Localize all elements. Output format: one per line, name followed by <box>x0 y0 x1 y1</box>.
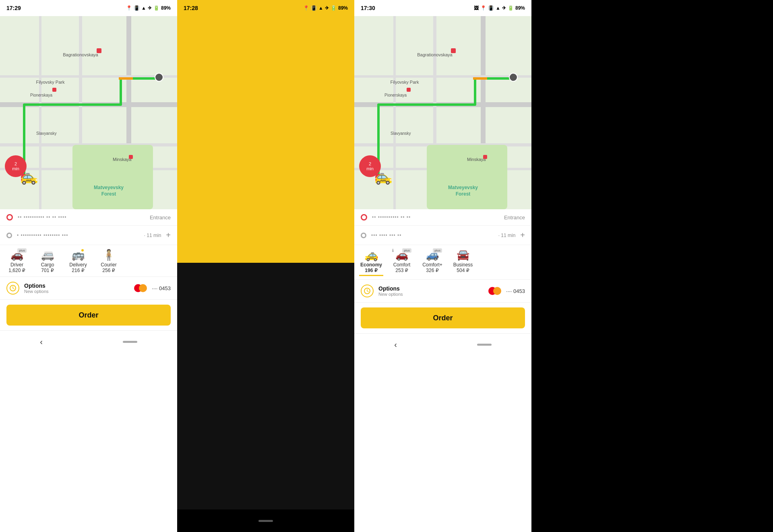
left-entrance-button[interactable]: Entrance <box>150 214 171 221</box>
right-pickup-dot <box>361 214 367 221</box>
right-business-name: Business <box>453 262 473 268</box>
left-bottom-sheet: •• •••••••••• •• •• •••• Entrance • ••••… <box>0 209 177 532</box>
middle-home-indicator <box>258 520 273 522</box>
right-status-icons: 🖼 📍 📳 ▲ ✈ 🔋 89% <box>474 5 525 11</box>
svg-text:Forest: Forest <box>456 191 471 197</box>
svg-text:Matveyevsky: Matveyevsky <box>448 185 478 190</box>
right-home-indicator <box>477 344 492 346</box>
left-back-button[interactable]: ‹ <box>40 337 43 346</box>
right-service-business[interactable]: 🚘 Business 504 ₽ <box>451 248 475 276</box>
left-driver-badge: plus <box>17 248 27 253</box>
middle-panel: 17:28 📍 📳 ▲ ✈ 🔋 89% <box>177 0 354 532</box>
right-service-comfortplus[interactable]: 🚙 plus Comfort+ 326 ₽ <box>420 248 444 276</box>
left-card-number: ···· 0453 <box>152 285 171 291</box>
middle-yellow-area <box>177 16 354 263</box>
left-delivery-icon: 🚌 <box>72 248 85 261</box>
right-add-stop-button[interactable]: + <box>520 231 525 240</box>
left-add-stop-button[interactable]: + <box>166 231 171 240</box>
left-service-courier[interactable]: 🧍 Courier 256 ₽ <box>97 248 121 273</box>
svg-line-49 <box>367 291 368 292</box>
right-pickup-row[interactable]: •• •••••••••• •• •• Entrance <box>354 209 531 226</box>
plane-icon: ✈ <box>148 5 152 11</box>
svg-text:Slavyansky: Slavyansky <box>391 131 411 136</box>
svg-rect-44 <box>483 155 487 159</box>
right-back-button[interactable]: ‹ <box>394 340 397 349</box>
right-business-price: 504 ₽ <box>457 268 469 273</box>
left-dest-dot <box>6 233 12 238</box>
right-clock-icon <box>361 285 374 297</box>
right-location-icon: 📍 <box>480 5 486 11</box>
left-order-button[interactable]: Order <box>6 305 171 326</box>
right-dest-time: · 11 min <box>498 233 516 238</box>
right-comfort-badge: plus <box>402 248 411 253</box>
left-delivery-dot <box>81 249 84 252</box>
left-driver-price: 1,620 ₽ <box>8 268 25 273</box>
right-entrance-button[interactable]: Entrance <box>504 214 525 221</box>
wifi-icon: ▲ <box>141 5 146 11</box>
right-panel: 17:30 🖼 📍 📳 ▲ ✈ 🔋 89% Bagrationo <box>354 0 531 532</box>
left-pickup-row[interactable]: •• •••••••••• •• •• •••• Entrance <box>0 209 177 226</box>
left-options-text[interactable]: Options New options <box>24 282 49 294</box>
left-map: Bagrationovskaya Filyovsky Park Pionersk… <box>0 16 177 209</box>
right-comfort-info: ℹ <box>392 248 394 253</box>
mid-vibrate-icon: 📳 <box>311 5 317 11</box>
left-home-indicator <box>123 341 137 343</box>
right-mastercard-icon <box>488 286 503 296</box>
left-time: 17:29 <box>6 5 21 11</box>
left-service-driver[interactable]: 🚗 plus Driver 1,620 ₽ <box>5 248 29 273</box>
mid-wifi-icon: ▲ <box>318 5 323 11</box>
right-economy-name: Economy <box>360 262 382 268</box>
left-delivery-name: Delivery <box>69 262 87 268</box>
left-courier-icon: 🧍 <box>102 248 115 261</box>
mid-location-icon: 📍 <box>303 5 309 11</box>
right-comfortplus-icon: 🚙 plus <box>426 248 439 261</box>
battery-icon: 🔋 <box>153 5 159 11</box>
right-options-text[interactable]: Options New options <box>378 285 403 297</box>
right-service-economy[interactable]: 🚕 Economy 196 ₽ <box>359 248 383 276</box>
left-pickup-dot <box>6 214 13 221</box>
left-service-tabs: 🚗 plus Driver 1,620 ₽ 🚐 Cargo 701 ₽ 🚌 <box>0 245 177 277</box>
left-service-cargo[interactable]: 🚐 Cargo 701 ₽ <box>35 248 60 273</box>
left-options-row: Options New options ···· 0453 <box>0 277 177 300</box>
svg-rect-8 <box>72 145 153 209</box>
right-options-label: Options <box>378 285 403 292</box>
middle-dark-area <box>177 263 354 509</box>
left-courier-name: Courier <box>101 262 116 268</box>
svg-text:Matveyevsky: Matveyevsky <box>94 185 124 190</box>
left-dest-row[interactable]: • •••••••••• •••••••• ••• · 11 min + <box>0 226 177 245</box>
middle-status-bar: 17:28 📍 📳 ▲ ✈ 🔋 89% <box>177 0 354 16</box>
right-comfortplus-badge: plus <box>433 248 442 253</box>
left-dest-address: • •••••••••• •••••••• ••• <box>17 233 139 238</box>
svg-text:Slavyansky: Slavyansky <box>36 131 57 136</box>
right-comfort-price: 253 ₽ <box>395 268 408 273</box>
right-order-button[interactable]: Order <box>361 307 525 328</box>
right-dest-row[interactable]: ••• •••• ••• •• · 11 min + <box>354 226 531 245</box>
svg-point-36 <box>509 73 517 81</box>
right-payment-row[interactable]: ···· 0453 <box>488 286 525 296</box>
right-dest-dot <box>361 233 366 238</box>
left-status-icons: 📍 📳 ▲ ✈ 🔋 89% <box>126 5 171 11</box>
right-economy-price: 196 ₽ <box>365 268 377 273</box>
right-map: Bagrationovskaya Filyovsky Park Pionersk… <box>354 16 531 209</box>
right-options-row: Options New options ···· 0453 <box>354 280 531 303</box>
left-nav-bar: ‹ <box>0 330 177 353</box>
svg-line-24 <box>13 288 14 289</box>
right-service-comfort[interactable]: 🚗 plus ℹ Comfort 253 ₽ <box>390 248 414 276</box>
left-status-bar: 17:29 📍 📳 ▲ ✈ 🔋 89% <box>0 0 177 16</box>
left-payment-row[interactable]: ···· 0453 <box>134 283 171 293</box>
svg-rect-16 <box>52 88 56 92</box>
right-comfort-name: Comfort <box>393 262 411 268</box>
left-service-delivery[interactable]: 🚌 Delivery 216 ₽ <box>66 248 90 273</box>
svg-text:Bagrationovskaya: Bagrationovskaya <box>63 52 98 57</box>
left-driver-icon: 🚗 plus <box>10 248 23 261</box>
right-taxi-icon: 🚕 <box>374 168 393 185</box>
left-driver-name: Driver <box>10 262 23 268</box>
right-battery-icon: 🔋 <box>508 5 514 11</box>
left-mastercard-icon <box>134 283 149 293</box>
middle-nav-bar <box>177 509 354 532</box>
svg-text:Filyovsky Park: Filyovsky Park <box>36 80 65 85</box>
mid-battery-icon: 🔋 <box>331 5 337 11</box>
right-pickup-address: •• •••••••••• •• •• <box>372 214 499 220</box>
right-photo-icon: 🖼 <box>474 5 479 11</box>
left-taxi-icon: 🚕 <box>20 168 38 185</box>
